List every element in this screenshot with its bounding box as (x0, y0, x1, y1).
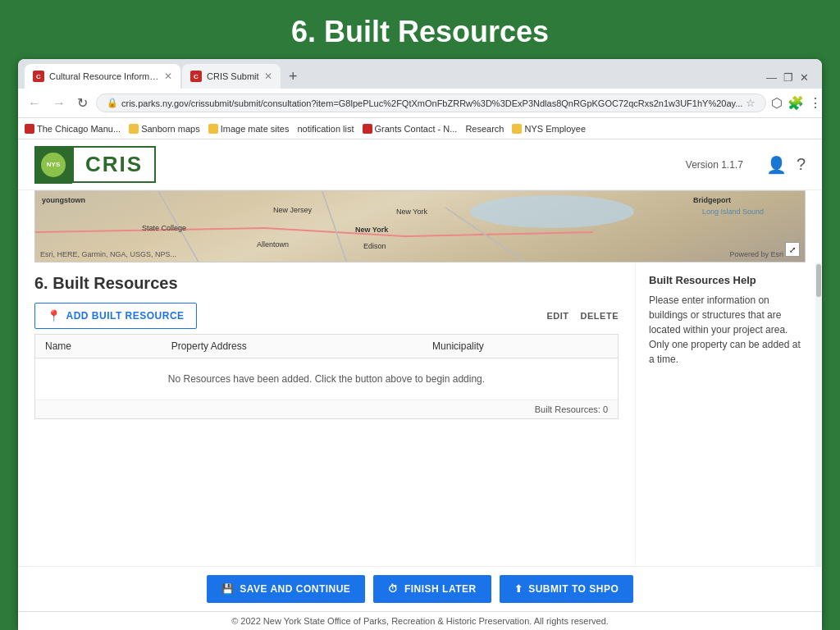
col-address: Property Address (162, 335, 422, 358)
tab-1[interactable]: C Cultural Resource Information Sy... ✕ (25, 64, 180, 89)
maximize-button[interactable]: ❐ (783, 71, 793, 84)
resource-table-container: Name Property Address Municipality No Re… (34, 334, 619, 419)
location-icon: 📍 (47, 309, 62, 322)
bookmark-research[interactable]: Research (465, 124, 504, 134)
delete-button[interactable]: DELETE (581, 311, 619, 321)
reload-button[interactable]: ↻ (74, 94, 91, 112)
cris-logo-box: NYS (34, 146, 72, 184)
tab-1-label: Cultural Resource Information Sy... (49, 71, 159, 81)
version-label: Version 1.1.7 (686, 159, 743, 171)
content-right: Built Resources Help Please enter inform… (635, 262, 815, 566)
help-title: Built Resources Help (649, 274, 802, 286)
map-label-new-york: New York (355, 226, 388, 234)
minimize-button[interactable]: — (766, 71, 777, 84)
bookmark-sanborn[interactable]: Sanborn maps (129, 124, 200, 134)
scroll-thumb[interactable] (816, 264, 821, 297)
page-outer-title: 6. Built Resources (0, 0, 840, 59)
map-label-new-jersey: New Jersey (273, 206, 312, 214)
ext-icon-3[interactable]: ⋮ (809, 95, 822, 111)
cris-logo: NYS CRIS (34, 146, 156, 184)
url-box[interactable]: 🔒 cris.parks.ny.gov/crissubmit/submit/co… (96, 94, 766, 112)
footer-buttons: 💾 SAVE AND CONTINUE ⏱ FINISH LATER ⬆ SUB… (18, 566, 822, 611)
ext-icon-1[interactable]: ⬡ (771, 95, 783, 111)
upload-icon: ⬆ (514, 583, 523, 595)
map-label-youngstown: youngstown (42, 196, 85, 204)
tab-2-label: CRIS Submit (207, 71, 259, 81)
scroll-track[interactable] (815, 262, 822, 566)
star-icon: ☆ (746, 97, 756, 109)
window-controls: — ❐ ✕ (766, 71, 815, 89)
bookmark-imagemate[interactable]: Image mate sites (208, 124, 290, 134)
cris-logo-circle: NYS (41, 153, 66, 177)
svg-line-4 (322, 191, 347, 262)
clock-icon: ⏱ (388, 583, 399, 595)
lock-icon: 🔒 (107, 98, 118, 108)
empty-row: No Resources have been added. Click the … (35, 358, 618, 400)
table-header-row: Name Property Address Municipality (35, 335, 618, 358)
map-label-new-york-state: New York (396, 208, 427, 216)
resource-table: Name Property Address Municipality No Re… (35, 335, 618, 399)
page-footer: © 2022 New York State Office of Parks, R… (18, 611, 822, 630)
forward-button[interactable]: → (49, 94, 69, 112)
tab-2-favicon: C (190, 71, 202, 82)
address-bar: ← → ↻ 🔒 cris.parks.ny.gov/crissubmit/sub… (18, 89, 822, 118)
edit-button[interactable]: EDIT (547, 311, 569, 321)
map-expand-button[interactable]: ⤢ (785, 242, 800, 257)
bookmarks-bar: The Chicago Manu... Sanborn maps Image m… (18, 118, 822, 139)
map-powered: Powered by Esri (729, 250, 783, 258)
save-icon: 💾 (221, 583, 235, 595)
map-label-allentown: Allentown (257, 240, 289, 249)
tab-bar: C Cultural Resource Information Sy... ✕ … (18, 59, 822, 89)
ext-icon-2[interactable]: 🧩 (788, 95, 804, 111)
col-municipality: Municipality (422, 335, 618, 358)
bookmark-notification[interactable]: notification list (297, 124, 354, 134)
help-icon[interactable]: ? (797, 155, 806, 174)
svg-point-6 (470, 195, 634, 228)
bookmark-chicago[interactable]: The Chicago Manu... (25, 124, 121, 134)
url-text: cris.parks.ny.gov/crissubmit/submit/cons… (121, 98, 742, 108)
map-label-long-island: Long Island Sound (702, 208, 764, 216)
map-area: youngstown Bridgeport Long Island Sound … (34, 190, 806, 262)
map-label-state-college: State College (142, 224, 186, 232)
map-attribution: Esri, HERE, Garmin, NGA, USGS, NPS... (40, 250, 176, 258)
cris-logo-text: CRIS (72, 146, 156, 183)
bookmark-grants[interactable]: Grants Contact - N... (363, 124, 458, 134)
browser-window: C Cultural Resource Information Sy... ✕ … (18, 59, 822, 630)
col-name: Name (35, 335, 162, 358)
help-text: Please enter information on buildings or… (649, 293, 802, 367)
tab-1-favicon: C (33, 71, 44, 82)
section-title: 6. Built Resources (34, 274, 619, 293)
account-icon[interactable]: 👤 (766, 155, 787, 175)
content-left: 6. Built Resources 📍 ADD BUILT RESOURCE … (18, 262, 635, 566)
map-label-edison: Edison (363, 242, 386, 250)
map-label-bridgeport: Bridgeport (693, 196, 731, 204)
add-built-resource-button[interactable]: 📍 ADD BUILT RESOURCE (34, 303, 197, 329)
tab-1-close[interactable]: ✕ (164, 71, 172, 82)
table-footer: Built Resources: 0 (35, 399, 618, 418)
finish-later-button[interactable]: ⏱ FINISH LATER (373, 575, 491, 603)
close-button[interactable]: ✕ (800, 71, 809, 84)
main-content: 6. Built Resources 📍 ADD BUILT RESOURCE … (18, 262, 822, 566)
page-content: NYS CRIS Version 1.1.7 👤 ? (18, 139, 822, 630)
new-tab-button[interactable]: + (282, 64, 304, 89)
svg-line-2 (404, 232, 593, 236)
tab-2[interactable]: C CRIS Submit ✕ (182, 64, 281, 89)
back-button[interactable]: ← (25, 94, 44, 112)
tab-2-close[interactable]: ✕ (264, 71, 272, 82)
cris-header: NYS CRIS Version 1.1.7 👤 ? (18, 139, 822, 190)
submit-to-shpo-button[interactable]: ⬆ SUBMIT TO SHPO (500, 575, 634, 603)
save-and-continue-button[interactable]: 💾 SAVE AND CONTINUE (207, 575, 366, 603)
bookmark-nys[interactable]: NYS Employee (512, 124, 586, 134)
